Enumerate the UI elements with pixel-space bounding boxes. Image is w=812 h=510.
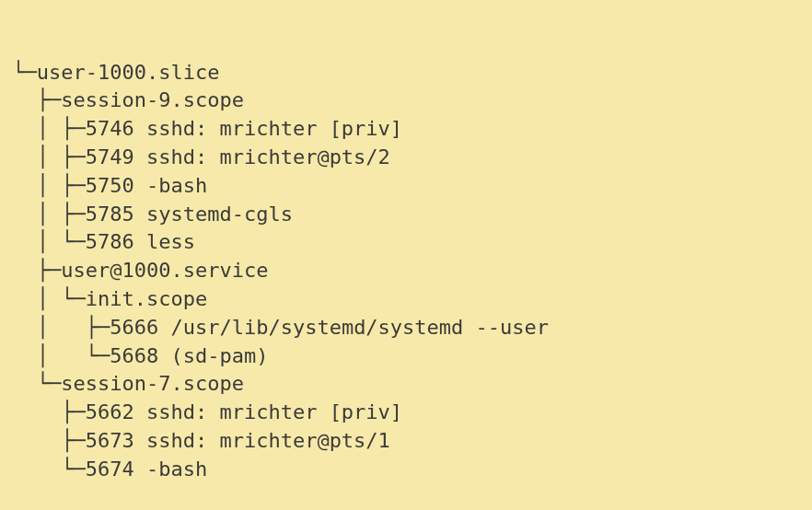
process-cmd: -bash [134,458,207,481]
tree-branch: ├─ [0,400,86,423]
tree-branch: │ ├─ [0,203,86,226]
tree-branch: ├─ [0,259,61,282]
process-pid: 5666 [110,316,158,339]
process-pid: 5749 [86,145,134,168]
process-cmd: less [134,230,195,253]
process-pid: 5662 [86,400,134,423]
cgroup-name: user-1000.slice [37,61,220,84]
cgroup-name: session-9.scope [61,88,244,111]
cgroup-name: session-7.scope [61,372,244,395]
process-cmd: (sd-pam) [158,344,268,367]
tree-branch: │ ├─ [0,145,86,168]
tree-branch: │ └─ [0,344,110,367]
cgroup-tree: └─user-1000.slice ├─session-9.scope │ ├─… [0,59,812,484]
process-cmd: sshd: mrichter@pts/2 [134,145,390,168]
tree-branch: │ ├─ [0,117,86,140]
tree-branch: │ └─ [0,287,86,310]
process-pid: 5668 [110,344,158,367]
tree-branch: │ └─ [0,230,86,253]
process-cmd: sshd: mrichter@pts/1 [134,429,390,452]
process-cmd: -bash [134,174,207,197]
process-pid: 5750 [86,174,134,197]
tree-branch: └─ [0,458,86,481]
process-pid: 5786 [86,230,134,253]
process-pid: 5746 [86,117,134,140]
process-pid: 5674 [86,458,134,481]
process-cmd: systemd-cgls [134,203,293,226]
tree-branch: ├─ [0,88,61,111]
tree-branch: │ ├─ [0,316,110,339]
tree-branch: ├─ [0,429,86,452]
tree-branch: └─ [0,372,61,395]
process-pid: 5673 [86,429,134,452]
process-cmd: sshd: mrichter [priv] [134,400,402,423]
process-pid: 5785 [86,203,134,226]
tree-branch: │ ├─ [0,174,86,197]
process-cmd: sshd: mrichter [priv] [134,117,402,140]
cgroup-name: user@1000.service [61,259,268,282]
cgroup-name: init.scope [86,287,207,310]
process-cmd: /usr/lib/systemd/systemd --user [158,316,549,339]
tree-branch: └─ [0,61,37,84]
